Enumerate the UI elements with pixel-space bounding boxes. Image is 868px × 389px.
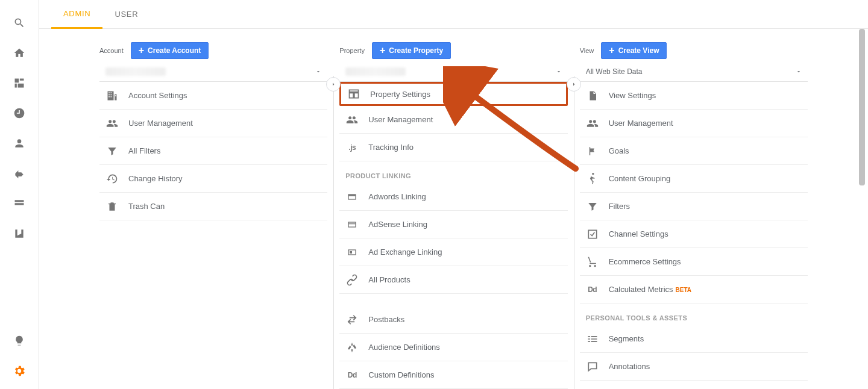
menu-item-label: User Management bbox=[609, 119, 673, 128]
create-property-button[interactable]: + Create Property bbox=[372, 42, 451, 59]
users-icon bbox=[345, 113, 359, 126]
menu-item-label: Trash Can bbox=[128, 202, 165, 211]
svg-rect-1 bbox=[348, 194, 356, 196]
dd-icon: Dd bbox=[586, 283, 599, 296]
person-run-icon bbox=[586, 172, 599, 185]
segments-icon bbox=[586, 332, 599, 346]
move-property-right-button[interactable] bbox=[567, 77, 581, 92]
branch-icon bbox=[345, 341, 359, 354]
create-account-label: Create Account bbox=[148, 46, 201, 55]
menu-item-label: Account Settings bbox=[128, 91, 187, 100]
left-nav-rail bbox=[0, 0, 39, 389]
customization-icon[interactable] bbox=[7, 71, 31, 95]
property-selector[interactable] bbox=[339, 61, 567, 82]
menu-item-label: Annotations bbox=[609, 362, 650, 371]
trash-can-item[interactable]: Trash Can bbox=[99, 193, 327, 220]
menu-item-label: Segments bbox=[609, 334, 644, 343]
link-icon bbox=[345, 273, 359, 287]
all-filters-item[interactable]: All Filters bbox=[99, 137, 327, 165]
ecommerce-settings-item[interactable]: Ecommerce Settings bbox=[580, 248, 808, 276]
adwords-linking-item[interactable]: Adwords Linking bbox=[339, 183, 567, 211]
menu-item-label: Content Grouping bbox=[609, 174, 671, 183]
all-products-item[interactable]: All Products bbox=[339, 266, 567, 294]
behavior-icon[interactable] bbox=[7, 191, 31, 216]
property-settings-item[interactable]: Property Settings bbox=[339, 82, 567, 106]
personal-tools-section-title: PERSONAL TOOLS & ASSETS bbox=[580, 303, 808, 325]
menu-item-label: Custom Definitions bbox=[368, 370, 434, 379]
conversions-icon[interactable] bbox=[7, 222, 31, 246]
card-icon bbox=[345, 190, 359, 204]
card3-icon bbox=[345, 246, 359, 259]
menu-item-label: View Settings bbox=[609, 91, 656, 100]
adsense-linking-item[interactable]: AdSense Linking bbox=[339, 211, 567, 238]
tab-admin[interactable]: ADMIN bbox=[51, 0, 102, 29]
realtime-icon[interactable] bbox=[7, 101, 31, 125]
calculated-metrics-item[interactable]: Dd Calculated MetricsBETA bbox=[580, 276, 808, 303]
menu-item-label: Channel Settings bbox=[609, 229, 668, 238]
card2-icon bbox=[345, 218, 359, 231]
account-selector[interactable] bbox=[99, 61, 327, 82]
chevron-down-icon bbox=[556, 69, 562, 75]
home-icon[interactable] bbox=[7, 41, 31, 65]
change-history-item[interactable]: Change History bbox=[99, 165, 327, 193]
account-column-label: Account bbox=[99, 47, 124, 54]
scrollbar[interactable] bbox=[859, 29, 865, 185]
menu-item-label: Adwords Linking bbox=[368, 192, 426, 201]
swap-icon bbox=[345, 313, 359, 326]
chevron-down-icon bbox=[796, 69, 802, 75]
funnel-icon bbox=[105, 145, 119, 158]
account-selector-value bbox=[105, 67, 166, 76]
menu-item-label: Ad Exchange Linking bbox=[368, 247, 442, 257]
page-icon bbox=[586, 89, 599, 102]
menu-item-label: Filters bbox=[609, 202, 630, 211]
search-icon[interactable] bbox=[7, 11, 31, 35]
view-settings-item[interactable]: View Settings bbox=[580, 82, 808, 110]
account-settings-item[interactable]: Account Settings bbox=[99, 82, 327, 110]
content-grouping-item[interactable]: Content Grouping bbox=[580, 165, 808, 193]
view-user-management-item[interactable]: User Management bbox=[580, 110, 808, 137]
account-user-management-item[interactable]: User Management bbox=[99, 110, 327, 137]
menu-item-label: Postbacks bbox=[368, 315, 404, 324]
create-account-button[interactable]: + Create Account bbox=[131, 42, 209, 59]
view-selector-value: All Web Site Data bbox=[586, 67, 643, 76]
audience-definitions-item[interactable]: Audience Definitions bbox=[339, 334, 567, 361]
view-selector[interactable]: All Web Site Data bbox=[580, 61, 808, 82]
plus-icon: + bbox=[139, 46, 144, 55]
goals-item[interactable]: Goals bbox=[580, 137, 808, 165]
segments-item[interactable]: Segments bbox=[580, 325, 808, 353]
annotations-item[interactable]: Annotations bbox=[580, 353, 808, 381]
property-selector-value bbox=[345, 67, 406, 76]
users-icon bbox=[586, 117, 599, 130]
channel-settings-item[interactable]: Channel Settings bbox=[580, 220, 808, 248]
admin-content: Account + Create Account Account Setting… bbox=[39, 29, 868, 389]
discover-icon[interactable] bbox=[7, 329, 31, 353]
view-column: View + Create View All Web Site Data Vie… bbox=[574, 42, 814, 389]
funnel-icon bbox=[586, 200, 599, 213]
menu-item-label: All Filters bbox=[128, 146, 160, 155]
beta-badge: BETA bbox=[676, 287, 691, 293]
custom-definitions-item[interactable]: Dd Custom Definitions bbox=[339, 361, 567, 389]
create-view-button[interactable]: + Create View bbox=[601, 42, 667, 59]
svg-rect-5 bbox=[350, 251, 352, 254]
history-icon bbox=[105, 172, 119, 185]
acquisition-icon[interactable] bbox=[7, 161, 31, 185]
tracking-info-item[interactable]: .js Tracking Info bbox=[339, 134, 567, 161]
ad-exchange-linking-item[interactable]: Ad Exchange Linking bbox=[339, 238, 567, 266]
js-icon: .js bbox=[345, 141, 359, 154]
property-user-management-item[interactable]: User Management bbox=[339, 106, 567, 134]
property-column-label: Property bbox=[339, 47, 365, 54]
postbacks-item[interactable]: Postbacks bbox=[339, 306, 567, 334]
create-view-label: Create View bbox=[618, 46, 659, 55]
plus-icon: + bbox=[380, 46, 385, 55]
tab-user[interactable]: USER bbox=[102, 0, 150, 29]
comment-icon bbox=[586, 360, 599, 373]
admin-gear-icon[interactable] bbox=[7, 359, 31, 383]
menu-item-label: Calculated MetricsBETA bbox=[609, 285, 691, 294]
menu-item-label: Property Settings bbox=[370, 90, 430, 99]
audience-icon[interactable] bbox=[7, 131, 31, 155]
account-column: Account + Create Account Account Setting… bbox=[93, 42, 333, 389]
view-column-label: View bbox=[580, 47, 594, 54]
view-filters-item[interactable]: Filters bbox=[580, 193, 808, 220]
flag-icon bbox=[586, 145, 599, 158]
menu-item-label: AdSense Linking bbox=[368, 220, 427, 229]
